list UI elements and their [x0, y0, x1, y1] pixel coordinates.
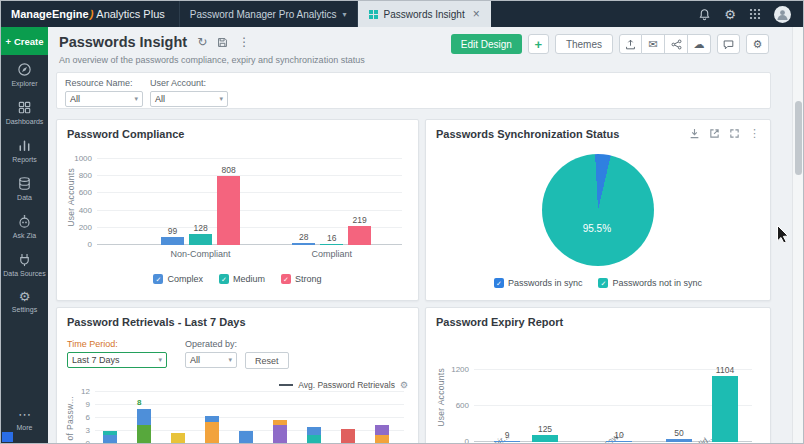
panel-toolbar: ⋮: [689, 128, 760, 139]
brand-logo: ManageEngine ) Analytics Plus: [1, 8, 175, 20]
recording-indicator: [2, 432, 13, 442]
filter-bar: Resource Name: All ▾ User Account: All ▾: [56, 72, 771, 109]
user-account-select[interactable]: All ▾: [150, 91, 228, 107]
plug-icon: [17, 252, 32, 267]
mail-icon: ✉: [648, 38, 657, 51]
chevron-down-icon: ▾: [134, 95, 138, 103]
legend-item-medium[interactable]: ✓ Medium: [219, 274, 265, 284]
notifications-bell-icon[interactable]: [698, 8, 711, 21]
create-button[interactable]: + Create: [1, 27, 48, 55]
topbar: ManageEngine ) Analytics Plus Password M…: [1, 1, 803, 27]
chevron-down-icon: ▾: [228, 356, 232, 364]
more-options-icon[interactable]: ⋮: [749, 128, 760, 139]
download-icon[interactable]: [689, 128, 700, 139]
password-expiry-chart: 06001200912510501104Expir...Passw...Vali…: [474, 370, 752, 442]
legend-item-not-in-sync[interactable]: ✓ Passwords not in sync: [598, 278, 702, 288]
sidebar-item-data[interactable]: Data: [1, 169, 48, 207]
sidebar-item-reports[interactable]: Reports: [1, 131, 48, 169]
comments-button[interactable]: [717, 34, 740, 54]
save-icon[interactable]: [217, 37, 228, 48]
avg-legend-label: Avg. Password Retrievals: [298, 380, 395, 390]
legend-label: Passwords not in sync: [612, 278, 702, 288]
y-axis-label: User Accounts: [436, 368, 446, 427]
chevron-down-icon: ▾: [343, 10, 347, 19]
legend-check-icon: ✓: [153, 274, 163, 284]
toolbar-actions: Edit Design + Themes ✉: [451, 34, 769, 54]
workspace-tabs: Password Manager Pro Analytics ▾ Passwor…: [179, 1, 491, 27]
time-period-select[interactable]: Last 7 Days ▾: [67, 352, 167, 368]
resource-name-filter: Resource Name: All ▾: [65, 78, 143, 107]
sidebar-item-dashboards[interactable]: Dashboards: [1, 93, 48, 131]
fullscreen-icon[interactable]: [729, 128, 740, 139]
sidebar-item-label: More: [17, 424, 33, 431]
view-settings-button[interactable]: ⚙: [746, 34, 769, 54]
chart-legend: ✓ Complex ✓ Medium ✓ Strong: [57, 274, 418, 284]
sidebar-item-ask-zia[interactable]: Ask Zia: [1, 207, 48, 245]
selected-value: Last 7 Days: [72, 355, 120, 365]
selected-value: All: [155, 94, 165, 104]
sidebar-item-settings[interactable]: ⚙ Settings: [1, 283, 48, 319]
legend-item-complex[interactable]: ✓ Complex: [153, 274, 203, 284]
ellipsis-icon: ⋯: [18, 408, 31, 421]
sidebar-item-label: Explorer: [11, 80, 37, 87]
apps-grid-icon[interactable]: [749, 8, 761, 20]
operated-by-label: Operated by:: [185, 339, 237, 349]
selected-value: All: [70, 94, 80, 104]
operated-by-select[interactable]: All ▾: [185, 352, 237, 368]
edit-design-button[interactable]: Edit Design: [451, 34, 522, 54]
page-title: Passwords Insight: [59, 34, 187, 50]
tab-passwords-insight[interactable]: Passwords Insight ×: [358, 1, 491, 27]
panel-title: Password Compliance: [57, 120, 418, 140]
resource-name-label: Resource Name:: [65, 78, 143, 88]
sidebar-item-label: Reports: [12, 156, 37, 163]
sidebar-item-label: Data: [17, 194, 32, 201]
chart-options-icon[interactable]: ⚙: [400, 381, 408, 390]
panel-password-expiry: Password Expiry Report User Accounts 060…: [425, 307, 771, 443]
y-axis-label: User Accounts: [66, 168, 76, 227]
user-account-label: User Account:: [150, 78, 228, 88]
panel-passwords-sync-status: Passwords Synchronization Status: [425, 119, 771, 301]
refresh-icon[interactable]: ↻: [197, 36, 207, 48]
more-options-icon[interactable]: ⋮: [238, 36, 250, 48]
share-button[interactable]: [665, 34, 688, 54]
cloud-icon: ☁: [694, 38, 705, 51]
password-compliance-chart: 0200400600800100099128808Non-Compliant28…: [97, 159, 402, 245]
sidebar-item-data-sources[interactable]: Data Sources: [1, 245, 48, 283]
themes-button[interactable]: Themes: [555, 34, 613, 54]
sidebar-item-explorer[interactable]: Explorer: [1, 55, 48, 93]
brand-analytics-plus: Analytics Plus: [96, 8, 164, 20]
database-icon: [17, 176, 32, 191]
sidebar: + Create Explorer Dashboards Reports: [1, 27, 48, 443]
reset-button[interactable]: Reset: [245, 352, 289, 369]
settings-gear-icon[interactable]: ⚙: [724, 8, 736, 21]
publish-cloud-button[interactable]: ☁: [688, 34, 711, 54]
add-button[interactable]: +: [528, 34, 549, 54]
user-avatar[interactable]: [774, 6, 791, 23]
view-title-row: Passwords Insight ↻ ⋮: [59, 34, 250, 50]
app-window: ManageEngine ) Analytics Plus Password M…: [0, 0, 804, 444]
gear-icon: ⚙: [753, 38, 763, 51]
time-period-label: Time Period:: [67, 339, 118, 349]
close-icon[interactable]: ×: [473, 8, 480, 20]
avg-legend: Avg. Password Retrievals ⚙: [279, 380, 408, 390]
brand-manageengine: ManageEngine: [11, 8, 89, 20]
sidebar-item-label: Settings: [12, 306, 37, 313]
legend-check-icon: ✓: [598, 278, 608, 288]
tab-password-manager-pro-analytics[interactable]: Password Manager Pro Analytics ▾: [179, 1, 358, 27]
scrollbar-thumb[interactable]: [795, 101, 802, 175]
email-button[interactable]: ✉: [642, 34, 665, 54]
legend-check-icon: ✓: [494, 278, 504, 288]
brand-swoosh-icon: ): [88, 8, 94, 21]
legend-item-in-sync[interactable]: ✓ Passwords in sync: [494, 278, 583, 288]
legend-item-strong[interactable]: ✓ Strong: [281, 274, 322, 284]
chart-legend: ✓ Passwords in sync ✓ Passwords not in s…: [426, 278, 770, 288]
password-retrievals-chart: 0369128: [95, 392, 404, 443]
open-in-new-icon[interactable]: [709, 128, 720, 139]
export-button[interactable]: [619, 34, 642, 54]
resource-name-select[interactable]: All ▾: [65, 91, 143, 107]
share-icon-group: ✉ ☁: [619, 34, 711, 54]
dashboard-icon: [369, 10, 378, 19]
user-account-filter: User Account: All ▾: [150, 78, 228, 107]
line-swatch-icon: [279, 384, 293, 386]
page-subtitle: An overview of the passwords compliance,…: [59, 55, 365, 65]
